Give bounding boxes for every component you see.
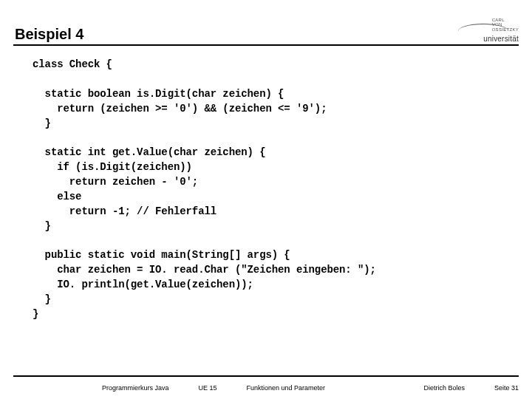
footer-rule bbox=[13, 375, 519, 377]
code-line: class Check { bbox=[33, 58, 112, 70]
code-line: } bbox=[33, 220, 51, 232]
content: class Check { static boolean is.Digit(ch… bbox=[33, 58, 502, 322]
slide: Beispiel 4 CARL VON OSSIETZKY universitä… bbox=[0, 0, 532, 399]
code-line: if (is.Digit(zeichen)) bbox=[33, 161, 192, 173]
code-line: } bbox=[33, 117, 51, 129]
footer-page: Seite 31 bbox=[494, 384, 519, 392]
logo-small-text: CARL VON OSSIETZKY bbox=[492, 18, 519, 32]
footer-topic: Funktionen und Parameter bbox=[247, 384, 326, 392]
footer-course: Programmierkurs Java bbox=[102, 384, 169, 392]
header: Beispiel 4 CARL VON OSSIETZKY universitä… bbox=[13, 21, 519, 46]
code-line: return zeichen - '0'; bbox=[33, 176, 198, 188]
code-line: return -1; // Fehlerfall bbox=[33, 205, 216, 217]
code-line: } bbox=[33, 293, 51, 305]
code-line: char zeichen = IO. read.Char ("Zeichen e… bbox=[33, 264, 376, 276]
code-line: static int get.Value(char zeichen) { bbox=[33, 146, 265, 158]
footer-author: Dietrich Boles bbox=[423, 384, 465, 392]
code-line: } bbox=[33, 308, 38, 320]
footer-left-group: Programmierkurs Java UE 15 Funktionen un… bbox=[13, 384, 325, 392]
slide-title: Beispiel 4 bbox=[13, 26, 83, 43]
code-line: static boolean is.Digit(char zeichen) { bbox=[33, 88, 284, 100]
code-block: class Check { static boolean is.Digit(ch… bbox=[33, 58, 502, 322]
footer-right-group: Dietrich Boles Seite 31 bbox=[423, 384, 519, 392]
footer-unit: UE 15 bbox=[199, 384, 217, 392]
university-logo: CARL VON OSSIETZKY universität bbox=[452, 21, 519, 46]
code-line: public static void main(String[] args) { bbox=[33, 249, 290, 261]
code-line: return (zeichen >= '0') && (zeichen <= '… bbox=[33, 103, 327, 115]
code-line: IO. println(get.Value(zeichen)); bbox=[33, 279, 253, 290]
logo-word: universität bbox=[483, 35, 519, 43]
footer: Programmierkurs Java UE 15 Funktionen un… bbox=[13, 384, 519, 392]
code-line: else bbox=[33, 191, 81, 202]
